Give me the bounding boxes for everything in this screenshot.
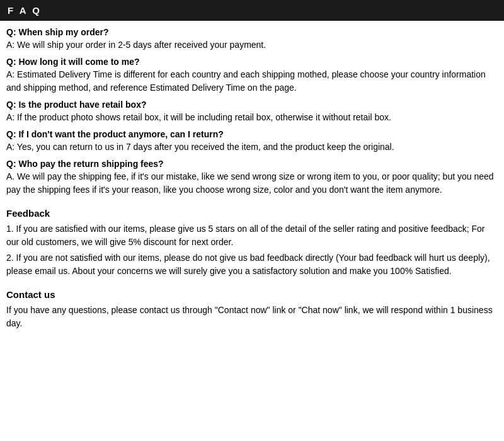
answer-0: A: We will ship your order in 2-5 days a… bbox=[6, 38, 498, 52]
qa-block-4: Q: Who pay the return shipping fees?A. W… bbox=[6, 159, 498, 197]
qa-block-1: Q: How long it will come to me?A: Estima… bbox=[6, 57, 498, 94]
faq-header: F A Q bbox=[0, 0, 504, 21]
feedback-item-1: 2. If you are not satisfied with our ite… bbox=[6, 251, 498, 278]
question-1: Q: How long it will come to me? bbox=[6, 57, 498, 67]
question-4: Q: Who pay the return shipping fees? bbox=[6, 159, 498, 169]
question-3: Q: If I don't want the product anymore, … bbox=[6, 129, 498, 139]
qa-block-3: Q: If I don't want the product anymore, … bbox=[6, 129, 498, 154]
contact-text: If you have any questions, please contac… bbox=[6, 304, 498, 330]
answer-2: A: If the product photo shows retail box… bbox=[6, 111, 498, 124]
contact-title: Contact us bbox=[6, 289, 498, 300]
contact-section: Contact us If you have any questions, pl… bbox=[6, 289, 498, 330]
question-0: Q: When ship my order? bbox=[6, 27, 498, 37]
faq-section: Q: When ship my order?A: We will ship yo… bbox=[6, 27, 498, 197]
answer-4: A. We will pay the shipping fee, if it's… bbox=[6, 170, 498, 197]
answer-1: A: Estimated Delivery Time is different … bbox=[6, 68, 498, 94]
feedback-section: Feedback 1. If you are satisfied with ou… bbox=[6, 208, 498, 278]
main-content: Q: When ship my order?A: We will ship yo… bbox=[0, 27, 504, 330]
qa-block-2: Q: Is the product have retail box?A: If … bbox=[6, 100, 498, 124]
feedback-item-0: 1. If you are satisfied with our items, … bbox=[6, 222, 498, 249]
answer-3: A: Yes, you can return to us in 7 days a… bbox=[6, 140, 498, 154]
qa-block-0: Q: When ship my order?A: We will ship yo… bbox=[6, 27, 498, 52]
question-2: Q: Is the product have retail box? bbox=[6, 100, 498, 110]
feedback-title: Feedback bbox=[6, 208, 498, 219]
